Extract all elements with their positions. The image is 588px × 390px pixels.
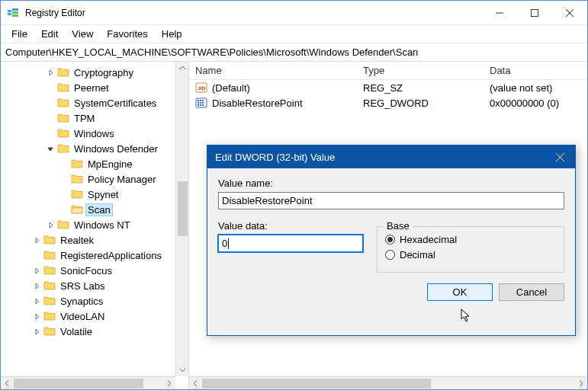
value-name-field[interactable] xyxy=(218,192,564,209)
menu-file[interactable]: File xyxy=(5,27,34,41)
list-horizontal-scrollbar[interactable] xyxy=(189,376,587,389)
close-button[interactable] xyxy=(552,1,587,25)
minimize-button[interactable] xyxy=(482,1,517,25)
radio-hexadecimal[interactable]: Hexadecimal xyxy=(385,234,556,245)
tree-item[interactable]: Peernet xyxy=(1,80,188,95)
tree-horizontal-scrollbar[interactable] xyxy=(1,376,175,389)
expander-closed-icon[interactable] xyxy=(31,296,42,306)
value-data: (value not set) xyxy=(490,82,552,94)
column-header-data[interactable]: Data xyxy=(484,62,583,79)
tree-item-label: Cryptography xyxy=(72,67,135,78)
expander-placeholder-icon xyxy=(31,250,42,261)
list-header: Name Type Data xyxy=(189,62,587,80)
tree-item-label: Peernet xyxy=(72,82,111,94)
maximize-button[interactable] xyxy=(517,1,552,25)
tree-item[interactable]: MpEngine xyxy=(1,156,188,171)
tree-item[interactable]: SonicFocus xyxy=(1,263,188,278)
value-name-label: Value name: xyxy=(218,177,564,189)
list-row[interactable]: ab (Default)REG_SZ(value not set) xyxy=(189,80,587,95)
scroll-right-button[interactable] xyxy=(162,377,175,390)
tree-item[interactable]: Policy Manager xyxy=(1,171,188,187)
tree-item[interactable]: Windows xyxy=(1,126,188,141)
address-bar[interactable]: Computer\HKEY_LOCAL_MACHINE\SOFTWARE\Pol… xyxy=(1,43,587,62)
tree-item-label: SystemCertificates xyxy=(72,98,158,109)
tree-item-label: TPM xyxy=(72,113,96,124)
expander-closed-icon[interactable] xyxy=(31,326,42,337)
scroll-thumb[interactable] xyxy=(178,181,188,236)
folder-icon xyxy=(43,234,56,246)
tree-item[interactable]: Spynet xyxy=(1,187,188,202)
expander-placeholder-icon xyxy=(45,98,56,108)
svg-text:ab: ab xyxy=(198,85,205,91)
folder-icon xyxy=(43,295,56,307)
tree-item[interactable]: TPM xyxy=(1,110,188,126)
expander-closed-icon[interactable] xyxy=(45,219,56,230)
tree-item[interactable]: RegisteredApplications xyxy=(1,248,188,263)
dialog-title-bar[interactable]: Edit DWORD (32-bit) Value xyxy=(207,145,575,168)
svg-rect-16 xyxy=(200,102,201,104)
tree-item[interactable]: Windows Defender xyxy=(1,141,188,156)
svg-rect-2 xyxy=(12,8,18,11)
menu-view[interactable]: View xyxy=(66,27,99,41)
folder-icon xyxy=(57,112,69,124)
tree-view[interactable]: Cryptography Peernet SystemCertificates … xyxy=(1,62,188,339)
scroll-thumb[interactable] xyxy=(14,379,143,388)
tree-item[interactable]: Windows NT xyxy=(1,217,188,232)
scroll-right-button[interactable] xyxy=(574,377,587,390)
tree-item[interactable]: Volatile xyxy=(1,324,188,339)
tree-item[interactable]: SRS Labs xyxy=(1,278,188,293)
tree-item[interactable]: Cryptography xyxy=(1,65,188,80)
expander-closed-icon[interactable] xyxy=(45,67,56,78)
expander-open-icon[interactable] xyxy=(45,143,56,154)
expander-closed-icon[interactable] xyxy=(31,265,42,276)
folder-icon xyxy=(57,127,69,139)
tree-item-label: MpEngine xyxy=(86,158,134,170)
scroll-track[interactable] xyxy=(202,377,574,390)
radio-dec-label: Decimal xyxy=(400,249,435,261)
value-data-text: 0 xyxy=(222,238,227,249)
column-header-name[interactable]: Name xyxy=(189,62,357,79)
scroll-thumb[interactable] xyxy=(202,379,431,388)
dialog-body: Value name: Value data: 0 Base Hexadecim… xyxy=(207,168,575,308)
expander-closed-icon[interactable] xyxy=(31,280,42,291)
tree-item-label: VideoLAN xyxy=(59,311,106,322)
cancel-button[interactable]: Cancel xyxy=(499,283,564,301)
column-header-type[interactable]: Type xyxy=(357,62,484,79)
scroll-left-button[interactable] xyxy=(189,377,202,390)
svg-rect-18 xyxy=(198,104,199,106)
tree-item-label: Windows NT xyxy=(72,219,132,231)
tree-item[interactable]: VideoLAN xyxy=(1,308,188,324)
scroll-down-button[interactable] xyxy=(176,363,189,376)
expander-placeholder-icon xyxy=(59,174,69,184)
menu-help[interactable]: Help xyxy=(156,27,188,41)
tree-item[interactable]: Synaptics xyxy=(1,293,188,308)
scroll-left-button[interactable] xyxy=(1,377,14,390)
value-name: (Default) xyxy=(212,82,250,94)
value-type: REG_DWORD xyxy=(363,98,429,109)
radio-icon xyxy=(385,235,395,245)
scroll-up-button[interactable] xyxy=(176,62,189,75)
folder-icon xyxy=(43,280,56,292)
expander-placeholder-icon xyxy=(45,82,56,93)
folder-icon xyxy=(43,325,56,337)
tree-item[interactable]: Scan xyxy=(1,202,188,217)
expander-closed-icon[interactable] xyxy=(31,235,42,245)
svg-rect-14 xyxy=(202,100,204,101)
tree-item[interactable]: SystemCertificates xyxy=(1,95,188,110)
svg-rect-6 xyxy=(532,9,538,16)
expander-closed-icon[interactable] xyxy=(31,311,42,321)
menu-favorites[interactable]: Favorites xyxy=(101,27,153,41)
tree-item[interactable]: Realtek xyxy=(1,232,188,248)
scroll-track[interactable] xyxy=(14,377,162,390)
tree-vertical-scrollbar[interactable] xyxy=(175,62,188,376)
folder-icon xyxy=(71,203,83,216)
menu-edit[interactable]: Edit xyxy=(35,27,64,41)
radio-decimal[interactable]: Decimal xyxy=(385,249,556,261)
dialog-close-button[interactable] xyxy=(545,145,575,168)
dialog-title: Edit DWORD (32-bit) Value xyxy=(215,152,335,163)
ok-button[interactable]: OK xyxy=(427,283,493,301)
expander-placeholder-icon xyxy=(59,204,69,215)
value-data-field[interactable]: 0 xyxy=(218,235,363,252)
scroll-track[interactable] xyxy=(176,75,189,363)
list-row[interactable]: DisableRestorePointREG_DWORD0x00000000 (… xyxy=(189,95,587,110)
